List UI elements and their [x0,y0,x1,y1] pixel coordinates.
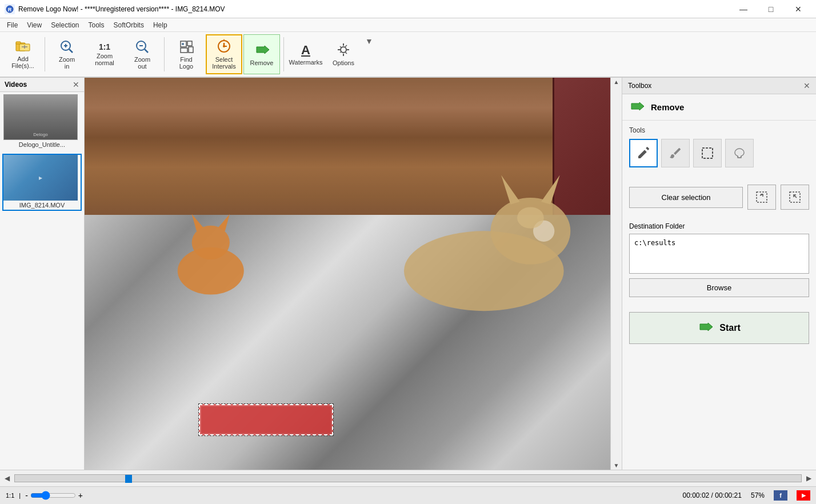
svg-rect-16 [181,48,187,53]
menu-help[interactable]: Help [149,18,172,32]
video-thumbnail-2[interactable]: ▶ [3,155,78,201]
status-left: 1:1 | - + [6,491,83,500]
toolbox-remove-section: Remove [622,94,816,121]
menu-selection[interactable]: Selection [46,18,83,32]
add-files-icon [15,39,31,54]
scroll-down-arrow[interactable]: ▼ [614,462,619,469]
add-files-button[interactable]: Add File(s)... [5,34,41,74]
destination-section: Destination Folder c:\results Browse [622,217,816,312]
svg-rect-15 [187,41,192,46]
menu-tools[interactable]: Tools [84,18,109,32]
toolbox-header: Toolbox ✕ [622,78,816,94]
menu-view[interactable]: View [22,18,46,32]
brush-tool-button[interactable] [661,139,690,167]
toolbox-title: Toolbox [628,82,651,90]
window-controls: — □ ✕ [730,0,811,18]
options-label: Options [333,59,354,66]
status-right-section: 00:00:02 / 00:00:21 57% f ▶ [683,490,810,501]
svg-point-43 [517,207,544,228]
start-button[interactable]: Start [629,312,809,344]
start-label: Start [719,323,740,333]
svg-text:R: R [8,7,12,13]
app-title: Remove Logo Now! - ****Unregistered vers… [18,5,225,13]
zoom-minus-button[interactable]: - [25,491,28,500]
list-item[interactable]: Delogo Delogo_Untitle... [3,94,81,149]
title-bar: R Remove Logo Now! - ****Unregistered ve… [0,0,816,18]
zoom-normal-button[interactable]: 1:1 Zoom normal [86,34,123,74]
watermarks-button[interactable]: A Watermarks [287,34,324,74]
zoom-out-button[interactable]: Zoom out [124,34,161,74]
watermarks-icon: A [301,43,310,58]
contract-selection-button[interactable] [781,185,809,210]
zoom-in-button[interactable]: Zoom in [49,34,85,74]
svg-rect-17 [189,47,193,53]
timeline-left-arrow[interactable]: ◀ [2,473,12,483]
lasso-tool-button[interactable] [725,139,754,167]
menu-softorbits[interactable]: SoftOrbits [109,18,149,32]
browse-button[interactable]: Browse [629,278,809,297]
svg-point-22 [223,45,225,47]
clear-selection-button[interactable]: Clear selection [629,187,743,208]
zoom-in-label: Zoom in [59,56,75,70]
select-intervals-icon [215,39,233,55]
zoom-out-icon [134,39,150,55]
main-area: Videos ✕ Delogo Delogo_Untitle... ▶ IMG_… [0,78,816,470]
zoom-out-label: Zoom out [134,56,150,70]
scroll-up-arrow[interactable]: ▲ [614,79,619,85]
zoom-slider[interactable] [30,491,76,500]
select-intervals-label: Select Intervals [212,56,236,70]
svg-line-13 [145,49,148,53]
remove-section-label: Remove [651,102,684,112]
svg-rect-48 [790,192,800,202]
add-files-label: Add File(s)... [11,55,34,69]
remove-button[interactable]: Remove [243,34,280,74]
svg-line-10 [69,49,73,53]
list-item[interactable]: ▶ IMG_8214.MOV [2,154,82,211]
svg-marker-50 [700,323,713,331]
close-button[interactable]: ✕ [785,0,811,18]
tools-row [629,139,809,167]
timeline-right-arrow[interactable]: ▶ [804,473,814,483]
svg-line-28 [345,45,347,47]
svg-rect-45 [702,148,713,158]
timeline-track[interactable] [14,474,802,482]
maximize-button[interactable]: □ [758,0,784,18]
svg-line-33 [340,46,342,48]
toolbox-close-button[interactable]: ✕ [803,81,810,90]
zoom-in-icon [59,39,75,55]
timeline-row: ◀ ▶ [0,470,816,486]
zoom-plus-button[interactable]: + [78,491,83,500]
separator-1 [45,37,45,71]
facebook-icon[interactable]: f [774,490,787,501]
minimize-button[interactable]: — [730,0,757,18]
bottom-bar: ◀ ▶ 1:1 | - + 00:00:02 / 00:00:21 57% f … [0,470,816,504]
menu-bar: File View Selection Tools SoftOrbits Hel… [0,18,816,32]
expand-selection-button[interactable] [747,185,776,210]
separator-2 [164,37,165,71]
toolbar-expand[interactable]: ▼ [365,37,373,46]
videos-panel: Videos ✕ Delogo Delogo_Untitle... ▶ IMG_… [0,78,85,470]
rect-select-tool-button[interactable] [693,139,722,167]
video-label-1: Delogo_Untitle... [3,140,81,149]
svg-line-32 [345,52,347,54]
timeline-thumb[interactable] [125,475,132,483]
svg-rect-3 [16,42,21,44]
videos-panel-close[interactable]: ✕ [73,80,79,89]
destination-input[interactable]: c:\results [629,234,809,274]
videos-panel-title: Videos [5,81,27,89]
video-thumbnail-1[interactable]: Delogo [3,94,78,140]
svg-marker-24 [257,46,269,54]
find-logo-button[interactable]: Find Logo [168,34,205,74]
zoom-normal-label: Zoom normal [95,53,114,66]
toolbox-panel: Toolbox ✕ Remove Tools [622,78,816,470]
vertical-scrollbar[interactable]: ▲ ▼ [610,78,622,470]
destination-label: Destination Folder [629,222,809,230]
remove-label: Remove [250,59,274,66]
select-intervals-button[interactable]: Select Intervals [206,34,242,74]
svg-marker-23 [223,39,225,40]
youtube-icon[interactable]: ▶ [797,490,810,501]
logo-selection-box[interactable] [199,404,333,435]
menu-file[interactable]: File [2,18,22,32]
pencil-tool-button[interactable] [629,139,658,167]
options-button[interactable]: Options [325,34,362,74]
